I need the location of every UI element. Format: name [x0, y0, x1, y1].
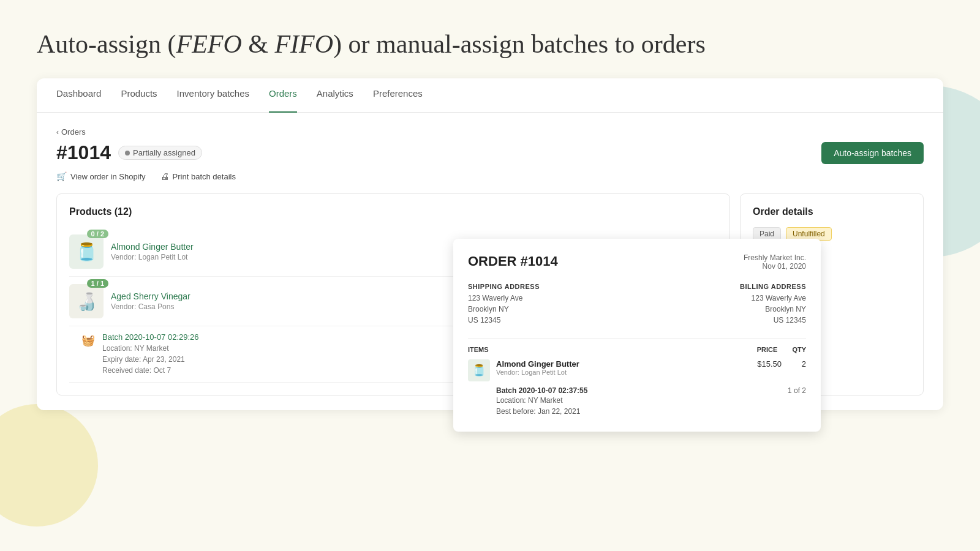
receipt-header: ORDER #1014 Freshly Market Inc. Nov 01, … — [468, 253, 806, 271]
order-number: #1014 — [56, 141, 111, 164]
print-icon: 🖨 — [160, 171, 169, 181]
billing-address-block: BILLING ADDRESS 123 Waverly AveBrooklyn … — [740, 283, 806, 326]
breadcrumb-link[interactable]: Orders — [61, 127, 86, 137]
shopify-icon: 🛒 — [56, 171, 67, 181]
receipt-addresses: SHIPPING ADDRESS 123 Waverly AveBrooklyn… — [468, 283, 806, 326]
receipt-item-details: Almond Ginger Butter Vendor: Logan Petit… — [496, 359, 751, 376]
receipt-item-name: Almond Ginger Butter — [496, 359, 751, 369]
receipt-batch-row: Batch 2020-10-07 02:37:55 Location: NY M… — [468, 386, 806, 417]
product-image-wrap: 🫙 0 / 2 — [69, 234, 104, 269]
shipping-address-block: SHIPPING ADDRESS 123 Waverly AveBrooklyn… — [468, 283, 540, 326]
receipt-item-image: 🫙 — [468, 359, 490, 381]
product-image: 🍶 — [69, 284, 104, 318]
receipt-item-qty: 2 — [788, 359, 806, 369]
status-badge: Partially assigned — [118, 146, 202, 160]
receipt-batch-location: Location: NY Market — [496, 395, 587, 406]
view-in-shopify-link[interactable]: 🛒 View order in Shopify — [56, 171, 146, 181]
breadcrumb-chevron: ‹ — [56, 128, 59, 137]
print-batch-details-link[interactable]: 🖨 Print batch details — [160, 171, 236, 181]
page-headline: Auto-assign (FEFO & FIFO) or manual-assi… — [0, 0, 980, 78]
breadcrumb: ‹ Orders — [56, 127, 924, 137]
receipt-panel: ORDER #1014 Freshly Market Inc. Nov 01, … — [453, 239, 821, 432]
nav-item-orders[interactable]: Orders — [269, 78, 297, 113]
receipt-company: Freshly Market Inc. Nov 01, 2020 — [744, 253, 806, 271]
nav-bar: Dashboard Products Inventory batches Ord… — [37, 78, 943, 113]
product-image-wrap: 🍶 1 / 1 — [69, 284, 104, 318]
nav-item-preferences[interactable]: Preferences — [373, 78, 423, 113]
receipt-order-number: ORDER #1014 — [468, 253, 558, 269]
order-header-left: #1014 Partially assigned — [56, 141, 202, 164]
order-actions: 🛒 View order in Shopify 🖨 Print batch de… — [56, 171, 924, 181]
status-label: Partially assigned — [133, 148, 195, 157]
receipt-item-vendor: Vendor: Logan Petit Lot — [496, 369, 751, 376]
status-dot — [125, 151, 130, 156]
order-header: #1014 Partially assigned Auto-assign bat… — [56, 141, 924, 164]
batch-icon: 🧺 — [81, 334, 95, 347]
order-details-title: Order details — [753, 206, 911, 217]
product-image: 🫙 — [69, 234, 104, 269]
nav-item-inventory-batches[interactable]: Inventory batches — [177, 78, 249, 113]
auto-assign-button[interactable]: Auto-assign batches — [821, 142, 924, 164]
decorative-blob-yellow — [0, 404, 98, 527]
receipt-items-header: ITEMS PRICE QTY — [468, 338, 806, 353]
shipping-address: 123 Waverly AveBrooklyn NYUS 12345 — [468, 293, 540, 326]
receipt-batch-details: Batch 2020-10-07 02:37:55 Location: NY M… — [496, 386, 587, 417]
nav-item-dashboard[interactable]: Dashboard — [56, 78, 101, 113]
nav-item-analytics[interactable]: Analytics — [317, 78, 353, 113]
receipt-item-price: $15.50 — [757, 359, 782, 369]
receipt-batch-qty: 1 of 2 — [788, 386, 806, 395]
qty-badge: 1 / 1 — [87, 279, 108, 288]
products-panel-title: Products (12) — [69, 206, 717, 217]
billing-address: 123 Waverly AveBrooklyn NYUS 12345 — [740, 293, 806, 326]
qty-badge: 0 / 2 — [87, 230, 108, 238]
nav-item-products[interactable]: Products — [121, 78, 157, 113]
receipt-batch-best-before: Best before: Jan 22, 2021 — [496, 406, 587, 417]
receipt-item-row: 🫙 Almond Ginger Butter Vendor: Logan Pet… — [468, 359, 806, 381]
